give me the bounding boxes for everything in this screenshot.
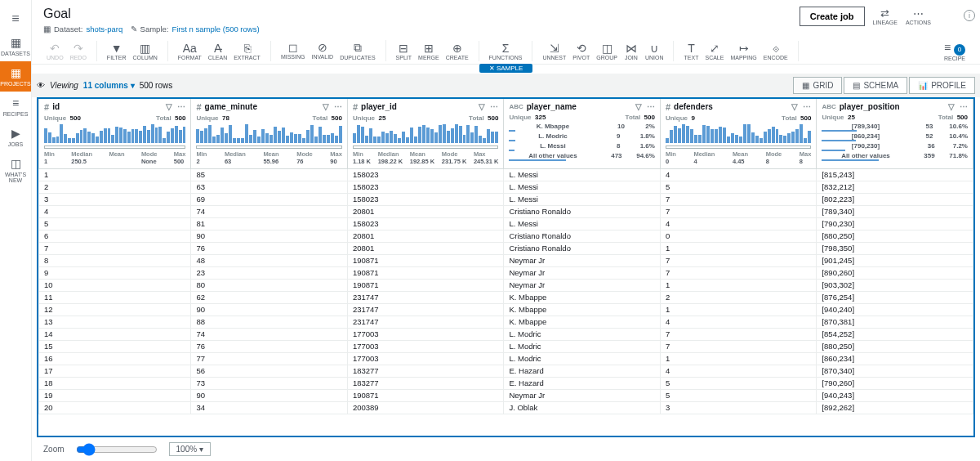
cell[interactable]: Neymar Jr	[504, 254, 661, 266]
cell[interactable]: [890,260]	[817, 266, 973, 279]
cell[interactable]: [854,252]	[817, 328, 973, 340]
cell[interactable]: 85	[191, 168, 348, 181]
table-row[interactable]: 1990190871Neymar Jr5[940,243]	[39, 389, 973, 401]
cell[interactable]: 16	[39, 352, 191, 365]
menu-icon[interactable]: ≡	[7, 7, 24, 31]
cell[interactable]: 20801	[347, 242, 504, 254]
cell[interactable]: Cristiano Ronaldo	[504, 205, 661, 217]
table-row[interactable]: 1474177003L. Modric7[854,252]	[39, 328, 973, 340]
cell[interactable]: [940,243]	[817, 389, 973, 401]
cell[interactable]: 177003	[347, 328, 504, 340]
range-slider[interactable]	[44, 145, 185, 149]
cell[interactable]: Neymar Jr	[504, 279, 661, 291]
duplicates-button[interactable]: ⧉DUPLICATES	[336, 40, 378, 61]
filter-icon[interactable]: ▽	[323, 102, 329, 111]
cell[interactable]: Neymar Jr	[504, 389, 661, 401]
cell[interactable]: 183277	[347, 377, 504, 389]
cell[interactable]: 17	[39, 365, 191, 377]
cell[interactable]: [790,260]	[817, 377, 973, 389]
cell[interactable]: 158023	[347, 168, 504, 181]
cell[interactable]: 231747	[347, 303, 504, 316]
tab-profile[interactable]: 📊PROFILE	[909, 77, 975, 94]
unnest-button[interactable]: ⇲UNNEST	[539, 41, 569, 61]
cell[interactable]: L. Messi	[504, 217, 661, 230]
dataset-link[interactable]: shots-parq	[86, 25, 122, 34]
table-row[interactable]: 263158023L. Messi5[832,212]	[39, 181, 973, 193]
more-icon[interactable]: ⋯	[803, 102, 811, 111]
cell[interactable]: 5	[660, 181, 817, 193]
lineage-button[interactable]: ⇄LINEAGE	[873, 7, 898, 25]
cell[interactable]: 7	[660, 266, 817, 279]
cell[interactable]: 190871	[347, 254, 504, 266]
column-header-player_name[interactable]: ABC player_name ▽ ⋯ Unique 325Total 500K…	[504, 99, 661, 169]
filter-icon[interactable]: ▽	[635, 102, 642, 111]
cell[interactable]: 6	[39, 230, 191, 242]
table-row[interactable]: 1388231747K. Mbappe4[870,381]	[39, 316, 973, 328]
cell[interactable]: 8	[39, 254, 191, 266]
nav-whatsnew[interactable]: ◫WHAT'S NEW	[0, 152, 31, 188]
zoom-select[interactable]: 100% ▾	[169, 442, 211, 456]
cell[interactable]: 9	[39, 266, 191, 279]
cell[interactable]: L. Messi	[504, 168, 661, 181]
cell[interactable]: 7	[660, 254, 817, 266]
cell[interactable]: 1	[660, 279, 817, 291]
nav-jobs[interactable]: ▶JOBS	[0, 122, 31, 152]
column-button[interactable]: ▥COLUMN	[129, 41, 160, 61]
cell[interactable]: L. Modric	[504, 340, 661, 352]
tab-schema[interactable]: ▤SCHEMA	[844, 77, 907, 94]
clean-button[interactable]: A̶CLEAN	[205, 41, 230, 61]
cell[interactable]: L. Modric	[504, 352, 661, 365]
cell[interactable]: 5	[660, 389, 817, 401]
cell[interactable]: 1	[660, 352, 817, 365]
cell[interactable]: 2	[660, 291, 817, 303]
cell[interactable]: 20801	[347, 205, 504, 217]
cell[interactable]: 73	[191, 377, 348, 389]
sample-link[interactable]: First n sample (500 rows)	[172, 25, 259, 34]
union-button[interactable]: ∪UNION	[642, 41, 667, 61]
cell[interactable]: 3	[39, 193, 191, 205]
cell[interactable]: 4	[660, 168, 817, 181]
cell[interactable]: 80	[191, 279, 348, 291]
cell[interactable]: 90	[191, 230, 348, 242]
filter-icon[interactable]: ▽	[791, 102, 798, 111]
cell[interactable]: 158023	[347, 217, 504, 230]
redo-button[interactable]: ↷REDO	[67, 41, 90, 61]
cell[interactable]: 81	[191, 217, 348, 230]
cell[interactable]: [860,234]	[817, 352, 973, 365]
cell[interactable]: J. Oblak	[504, 401, 661, 414]
format-button[interactable]: AaFORMAT	[175, 41, 205, 61]
cell[interactable]: [903,302]	[817, 279, 973, 291]
table-row[interactable]: 923190871Neymar Jr7[890,260]	[39, 266, 973, 279]
cell[interactable]: [876,254]	[817, 291, 973, 303]
cell[interactable]: 158023	[347, 181, 504, 193]
cell[interactable]: 19	[39, 389, 191, 401]
cell[interactable]: E. Hazard	[504, 365, 661, 377]
cell[interactable]: 158023	[347, 193, 504, 205]
range-slider[interactable]	[196, 145, 342, 149]
more-icon[interactable]: ⋯	[177, 102, 185, 111]
cell[interactable]: [901,245]	[817, 254, 973, 266]
cell[interactable]: 0	[660, 230, 817, 242]
cell[interactable]: 34	[191, 401, 348, 414]
cell[interactable]: 11	[39, 291, 191, 303]
cell[interactable]: [815,243]	[817, 168, 973, 181]
cell[interactable]: 231747	[347, 291, 504, 303]
filter-icon[interactable]: ▽	[948, 102, 955, 111]
cell[interactable]: 69	[191, 193, 348, 205]
more-icon[interactable]: ⋯	[960, 102, 968, 111]
table-row[interactable]: 848190871Neymar Jr7[901,245]	[39, 254, 973, 266]
tab-grid[interactable]: ▦GRID	[793, 77, 842, 94]
table-row[interactable]: 1080190871Neymar Jr1[903,302]	[39, 279, 973, 291]
cell[interactable]: 177003	[347, 340, 504, 352]
cell[interactable]: 7	[660, 205, 817, 217]
actions-button[interactable]: ⋯ACTIONS	[906, 7, 931, 25]
cell[interactable]: 7	[660, 193, 817, 205]
table-row[interactable]: 2034200389J. Oblak3[892,262]	[39, 401, 973, 414]
table-row[interactable]: 1677177003L. Modric1[860,234]	[39, 352, 973, 365]
nav-projects[interactable]: ▦PROJECTS	[0, 61, 31, 92]
cell[interactable]: 76	[191, 242, 348, 254]
cell[interactable]: Cristiano Ronaldo	[504, 242, 661, 254]
cell[interactable]: 18	[39, 377, 191, 389]
filter-icon[interactable]: ▽	[479, 102, 485, 111]
cell[interactable]: 74	[191, 205, 348, 217]
